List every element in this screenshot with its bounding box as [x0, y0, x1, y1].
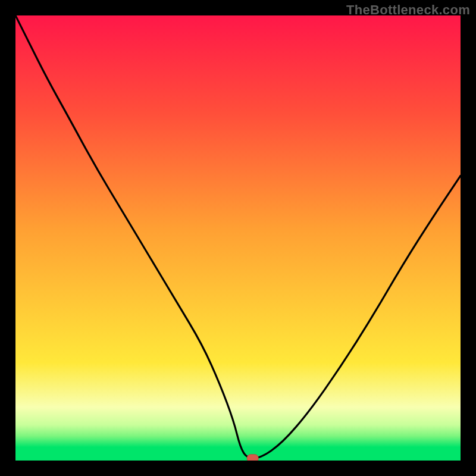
- watermark-text: TheBottleneck.com: [346, 2, 470, 18]
- chart-frame: TheBottleneck.com: [0, 0, 476, 476]
- optimum-marker: [247, 455, 258, 461]
- plot-svg: [15, 15, 461, 461]
- plot-area: [15, 15, 461, 461]
- gradient-background: [15, 15, 461, 461]
